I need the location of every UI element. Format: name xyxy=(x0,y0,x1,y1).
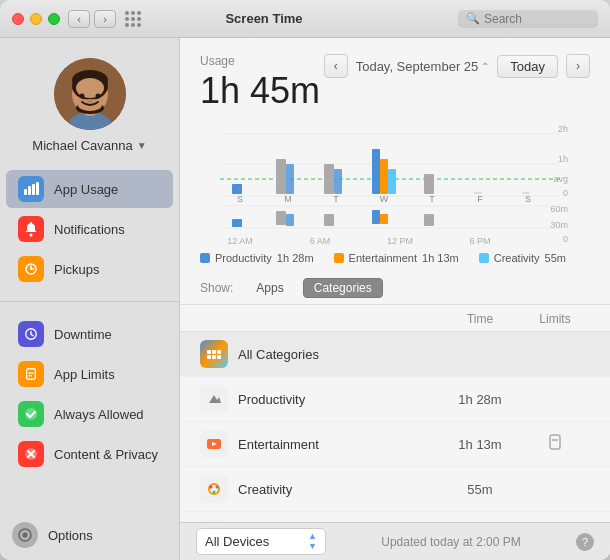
svg-text:S: S xyxy=(525,194,531,204)
prev-arrow[interactable]: ‹ xyxy=(324,54,348,78)
entertainment-row-limits xyxy=(520,433,590,455)
svg-text:6 PM: 6 PM xyxy=(469,236,490,244)
date-label: Today, September 25 ⌃ xyxy=(356,59,490,74)
always-allowed-icon xyxy=(18,401,44,427)
col-limits-header: Limits xyxy=(539,312,570,326)
creativity-label: Creativity xyxy=(494,252,540,264)
chart-area: 2h 1h avg 0 60m 30m 0 xyxy=(180,120,610,248)
legend-productivity: Productivity 1h 28m xyxy=(200,252,314,264)
svg-rect-65 xyxy=(424,214,434,226)
sidebar-label-app-limits: App Limits xyxy=(54,367,115,382)
window: ‹ › Screen Time 🔍 xyxy=(0,0,610,560)
legend-creativity: Creativity 55m xyxy=(479,252,566,264)
search-icon: 🔍 xyxy=(466,12,480,25)
table-row[interactable]: Reading & Reference 38m xyxy=(180,512,610,522)
sidebar-item-content-privacy[interactable]: Content & Privacy xyxy=(6,435,173,473)
svg-point-83 xyxy=(210,486,213,489)
devices-arrows-icon: ▲ ▼ xyxy=(308,532,317,551)
creativity-row-icon xyxy=(200,475,228,503)
creativity-row-time: 55m xyxy=(440,482,520,497)
svg-rect-51 xyxy=(232,219,242,227)
usage-label: Usage xyxy=(200,54,320,68)
svg-rect-76 xyxy=(212,355,216,359)
sidebar-item-pickups[interactable]: Pickups xyxy=(6,250,173,288)
svg-text:6 AM: 6 AM xyxy=(310,236,331,244)
date-chevron-icon: ⌃ xyxy=(481,61,489,72)
svg-text:1h: 1h xyxy=(558,154,568,164)
search-bar[interactable]: 🔍 xyxy=(458,10,598,28)
table-header: Time Limits xyxy=(180,305,610,332)
svg-rect-75 xyxy=(207,355,211,359)
help-button[interactable]: ? xyxy=(576,533,594,551)
next-arrow[interactable]: › xyxy=(566,54,590,78)
options-icon xyxy=(12,522,38,548)
svg-rect-21 xyxy=(27,369,36,380)
minimize-button[interactable] xyxy=(30,13,42,25)
pickups-icon xyxy=(18,256,44,282)
entertainment-time: 1h 13m xyxy=(422,252,459,264)
today-button[interactable]: Today xyxy=(497,55,558,78)
main-content: Michael Cavanna ▼ App Usage xyxy=(0,38,610,560)
table-row[interactable]: Productivity 1h 28m xyxy=(180,377,610,422)
table-row[interactable]: Creativity 55m xyxy=(180,467,610,512)
svg-rect-59 xyxy=(372,149,380,194)
sidebar-label-pickups: Pickups xyxy=(54,262,100,277)
downtime-icon xyxy=(18,321,44,347)
creativity-color xyxy=(479,253,489,263)
svg-text:12 AM: 12 AM xyxy=(227,236,253,244)
sidebar-item-notifications[interactable]: Notifications xyxy=(6,210,173,248)
apps-button[interactable]: Apps xyxy=(245,278,294,298)
svg-text:F: F xyxy=(477,194,483,204)
svg-rect-56 xyxy=(324,164,334,194)
options-section[interactable]: Options xyxy=(0,514,179,560)
search-input[interactable] xyxy=(484,12,590,26)
sidebar-item-app-usage[interactable]: App Usage xyxy=(6,170,173,208)
options-label: Options xyxy=(48,528,93,543)
user-name-row[interactable]: Michael Cavanna ▼ xyxy=(32,138,146,153)
all-categories-name: All Categories xyxy=(238,347,440,362)
sidebar-item-always-allowed[interactable]: Always Allowed xyxy=(6,395,173,433)
date-nav: ‹ Today, September 25 ⌃ Today › xyxy=(324,54,590,78)
svg-rect-63 xyxy=(380,214,388,224)
svg-point-10 xyxy=(95,94,100,99)
svg-rect-67 xyxy=(522,192,530,194)
entertainment-row-name: Entertainment xyxy=(238,437,440,452)
categories-button[interactable]: Categories xyxy=(303,278,383,298)
sidebar-item-app-limits[interactable]: App Limits xyxy=(6,355,173,393)
svg-text:T: T xyxy=(333,194,339,204)
table-row[interactable]: All Categories xyxy=(180,332,610,377)
chart-legend: Productivity 1h 28m Entertainment 1h 13m… xyxy=(180,248,610,272)
svg-rect-52 xyxy=(276,159,286,194)
devices-select[interactable]: All Devices ▲ ▼ xyxy=(196,528,326,555)
svg-rect-14 xyxy=(32,184,35,195)
right-panel: Usage 1h 45m ‹ Today, September 25 ⌃ Tod… xyxy=(180,38,610,560)
svg-text:M: M xyxy=(284,194,292,204)
svg-text:avg: avg xyxy=(553,174,568,184)
svg-rect-50 xyxy=(232,184,242,194)
svg-text:T: T xyxy=(429,194,435,204)
profile-section: Michael Cavanna ▼ xyxy=(0,50,179,169)
svg-rect-58 xyxy=(324,214,334,226)
user-name: Michael Cavanna xyxy=(32,138,132,153)
entertainment-color xyxy=(334,253,344,263)
svg-rect-62 xyxy=(372,210,380,224)
sidebar-label-notifications: Notifications xyxy=(54,222,125,237)
usage-time: 1h 45m xyxy=(200,70,320,112)
legend-entertainment: Entertainment 1h 13m xyxy=(334,252,459,264)
window-title: Screen Time xyxy=(70,11,458,26)
maximize-button[interactable] xyxy=(48,13,60,25)
svg-rect-13 xyxy=(28,186,31,195)
svg-rect-80 xyxy=(550,435,560,449)
svg-rect-61 xyxy=(388,169,396,194)
content-privacy-icon xyxy=(18,441,44,467)
svg-rect-15 xyxy=(36,182,39,195)
table-row[interactable]: Entertainment 1h 13m xyxy=(180,422,610,467)
productivity-color xyxy=(200,253,210,263)
table-body: All Categories Productivity 1h 28m xyxy=(180,332,610,522)
close-button[interactable] xyxy=(12,13,24,25)
usage-header: Usage 1h 45m ‹ Today, September 25 ⌃ Tod… xyxy=(180,38,610,120)
svg-rect-54 xyxy=(276,211,286,225)
titlebar: ‹ › Screen Time 🔍 xyxy=(0,0,610,38)
entertainment-label: Entertainment xyxy=(349,252,417,264)
sidebar-item-downtime[interactable]: Downtime xyxy=(6,315,173,353)
